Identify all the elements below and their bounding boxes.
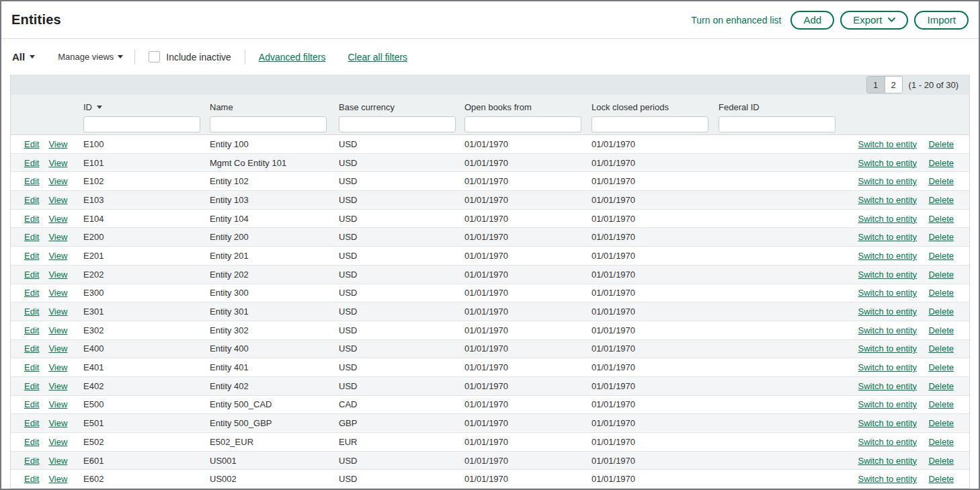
edit-link[interactable]: Edit [24,139,39,149]
federal-id-filter-input[interactable] [719,116,835,132]
delete-link[interactable]: Delete [928,195,954,205]
add-button[interactable]: Add [790,11,834,30]
base-currency-filter-input[interactable] [339,116,456,132]
delete-link[interactable]: Delete [928,288,954,298]
switch-to-entity-link[interactable]: Switch to entity [858,158,917,168]
view-link[interactable]: View [48,437,67,447]
delete-link[interactable]: Delete [928,214,954,224]
switch-to-entity-link[interactable]: Switch to entity [858,288,917,298]
switch-to-entity-link[interactable]: Switch to entity [858,270,917,280]
view-link[interactable]: View [48,474,67,484]
page-1-button[interactable]: 1 [867,77,885,93]
delete-link[interactable]: Delete [928,474,954,484]
export-button[interactable]: Export [840,11,908,30]
id-filter-input[interactable] [83,116,200,132]
clear-all-filters-link[interactable]: Clear all filters [348,52,407,63]
column-header-lock-closed-periods[interactable]: Lock closed periods [591,102,719,112]
turn-on-enhanced-list-link[interactable]: Turn on enhanced list [691,15,781,26]
delete-link[interactable]: Delete [928,437,954,447]
column-header-base-currency[interactable]: Base currency [339,102,464,112]
name-filter-input[interactable] [210,116,327,132]
column-header-id[interactable]: ID [83,102,210,112]
view-link[interactable]: View [48,325,67,335]
view-link[interactable]: View [48,251,67,261]
view-link[interactable]: View [48,456,67,466]
delete-link[interactable]: Delete [928,343,954,354]
edit-link[interactable]: Edit [24,176,39,186]
view-link[interactable]: View [48,381,67,391]
edit-link[interactable]: Edit [24,214,39,224]
delete-link[interactable]: Delete [928,158,954,168]
edit-link[interactable]: Edit [24,158,39,168]
view-link[interactable]: View [48,214,67,224]
switch-to-entity-link[interactable]: Switch to entity [858,232,917,242]
switch-to-entity-link[interactable]: Switch to entity [858,399,917,409]
view-link[interactable]: View [48,399,67,409]
switch-to-entity-link[interactable]: Switch to entity [858,176,917,186]
include-inactive-control[interactable]: Include inactive [149,51,231,63]
lock-closed-periods-filter-input[interactable] [591,116,708,132]
switch-to-entity-link[interactable]: Switch to entity [858,381,917,391]
column-header-open-books-from[interactable]: Open books from [464,102,591,112]
edit-link[interactable]: Edit [24,232,39,242]
page-2-button[interactable]: 2 [885,77,902,93]
edit-link[interactable]: Edit [24,325,39,335]
edit-link[interactable]: Edit [24,362,39,372]
edit-link[interactable]: Edit [24,437,39,447]
edit-link[interactable]: Edit [24,270,39,280]
advanced-filters-link[interactable]: Advanced filters [259,52,326,63]
delete-link[interactable]: Delete [928,325,954,335]
edit-link[interactable]: Edit [24,456,39,466]
switch-to-entity-link[interactable]: Switch to entity [858,456,917,466]
switch-to-entity-link[interactable]: Switch to entity [858,139,917,149]
edit-link[interactable]: Edit [24,288,39,298]
view-selector-dropdown[interactable]: All [12,51,35,63]
switch-to-entity-link[interactable]: Switch to entity [858,343,917,354]
delete-link[interactable]: Delete [928,456,954,466]
edit-link[interactable]: Edit [24,307,39,317]
view-link[interactable]: View [48,232,67,242]
view-link[interactable]: View [48,176,67,186]
column-header-name[interactable]: Name [210,102,339,112]
edit-link[interactable]: Edit [24,251,39,261]
view-link[interactable]: View [48,362,67,372]
delete-link[interactable]: Delete [928,251,954,261]
view-link[interactable]: View [48,195,67,205]
view-link[interactable]: View [48,418,67,428]
switch-to-entity-link[interactable]: Switch to entity [858,474,917,484]
import-button[interactable]: Import [914,11,969,30]
edit-link[interactable]: Edit [24,381,39,391]
switch-to-entity-link[interactable]: Switch to entity [858,214,917,224]
switch-to-entity-link[interactable]: Switch to entity [858,362,917,372]
include-inactive-checkbox[interactable] [149,51,160,63]
edit-link[interactable]: Edit [24,399,39,409]
view-link[interactable]: View [48,270,67,280]
edit-link[interactable]: Edit [24,474,39,484]
column-header-federal-id[interactable]: Federal ID [719,102,846,112]
switch-to-entity-link[interactable]: Switch to entity [858,437,917,447]
view-link[interactable]: View [48,343,67,354]
switch-to-entity-link[interactable]: Switch to entity [858,307,917,317]
delete-link[interactable]: Delete [928,418,954,428]
delete-link[interactable]: Delete [928,232,954,242]
delete-link[interactable]: Delete [928,307,954,317]
delete-link[interactable]: Delete [928,362,954,372]
view-link[interactable]: View [48,139,67,149]
delete-link[interactable]: Delete [928,381,954,391]
switch-to-entity-link[interactable]: Switch to entity [858,195,917,205]
view-link[interactable]: View [48,158,67,168]
switch-to-entity-link[interactable]: Switch to entity [858,418,917,428]
delete-link[interactable]: Delete [928,270,954,280]
view-link[interactable]: View [48,288,67,298]
sort-desc-icon[interactable] [97,106,102,109]
delete-link[interactable]: Delete [928,176,954,186]
edit-link[interactable]: Edit [24,343,39,354]
open-books-from-filter-input[interactable] [464,116,581,132]
edit-link[interactable]: Edit [24,418,39,428]
manage-views-dropdown[interactable]: Manage views [58,52,123,62]
delete-link[interactable]: Delete [928,399,954,409]
delete-link[interactable]: Delete [928,139,954,149]
view-link[interactable]: View [48,307,67,317]
switch-to-entity-link[interactable]: Switch to entity [858,325,917,335]
edit-link[interactable]: Edit [24,195,39,205]
